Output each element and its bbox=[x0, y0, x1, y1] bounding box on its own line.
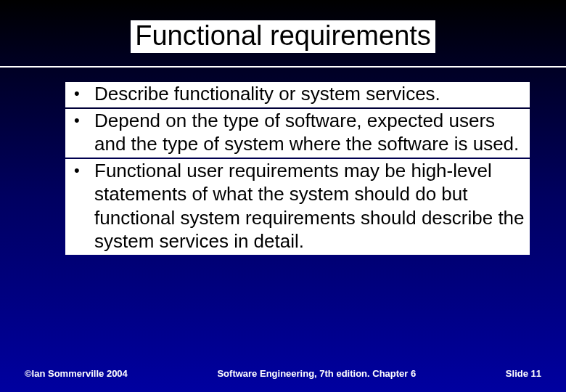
slide-title: Functional requirements bbox=[131, 20, 435, 53]
footer-copyright: ©Ian Sommerville 2004 bbox=[25, 368, 128, 379]
footer-slide-number: Slide 11 bbox=[506, 368, 541, 379]
bullet-list: Describe functionality or system service… bbox=[65, 82, 530, 255]
footer-chapter: Software Engineering, 7th edition. Chapt… bbox=[128, 368, 506, 379]
footer: ©Ian Sommerville 2004 Software Engineeri… bbox=[0, 368, 566, 379]
bullet-item: Depend on the type of software, expected… bbox=[65, 109, 530, 158]
content-area: Describe functionality or system service… bbox=[0, 68, 566, 255]
title-area: Functional requirements bbox=[0, 0, 566, 66]
bullet-item: Functional user requirements may be high… bbox=[65, 159, 530, 255]
bullet-item: Describe functionality or system service… bbox=[65, 82, 530, 107]
